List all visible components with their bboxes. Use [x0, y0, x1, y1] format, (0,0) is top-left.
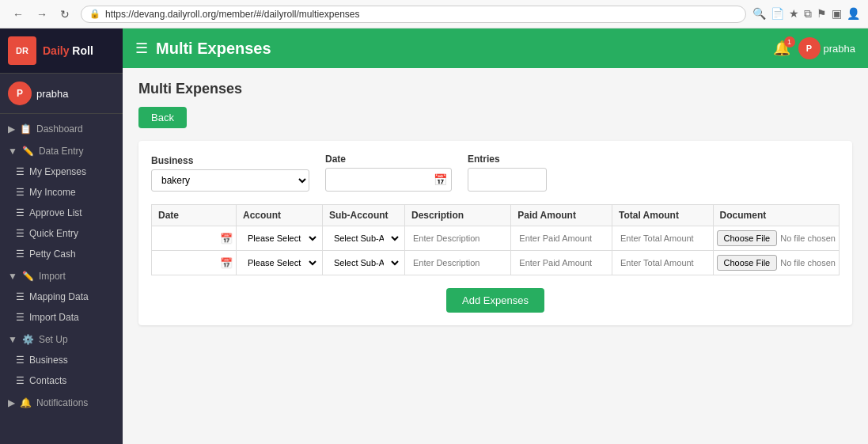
sidebar-item-setup[interactable]: ▼ ⚙️ Set Up	[0, 329, 123, 350]
approve-list-label: Approve List	[29, 207, 82, 218]
sidebar-item-quick-entry[interactable]: ☰ Quick Entry	[0, 223, 123, 244]
notification-badge: 1	[784, 36, 795, 47]
sidebar-item-contacts[interactable]: ☰ Contacts	[0, 370, 123, 391]
row1-file-button[interactable]: Choose File	[717, 230, 778, 246]
row2-description-cell	[405, 251, 511, 275]
row1-account-select[interactable]: Please Select Acc	[240, 230, 319, 247]
row2-paid-amount-cell	[511, 251, 612, 275]
import-icon: ✏️	[22, 271, 34, 282]
row2-no-file: No file chosen	[780, 258, 836, 268]
bookmark-icon[interactable]: ⚑	[817, 7, 827, 21]
sidebar-item-notifications[interactable]: ▶ 🔔 Notifications	[0, 393, 123, 413]
row2-cal-icon[interactable]: 📅	[220, 257, 233, 269]
col-document: Document	[713, 205, 839, 226]
entries-input[interactable]: 2	[468, 168, 547, 192]
menu-icon: ☰	[16, 375, 25, 386]
row1-account-cell: Please Select Acc	[237, 226, 323, 251]
row1-sub-account-cell: Select Sub-Acco	[322, 226, 404, 251]
row2-sub-account-cell: Select Sub-Acco	[322, 251, 404, 275]
sidebar-item-label-setup: Set Up	[39, 334, 68, 345]
row2-sub-account-select[interactable]: Select Sub-Acco	[326, 254, 401, 271]
sidebar-item-dashboard[interactable]: ▶ 📋 Dashboard	[0, 119, 123, 139]
sidebar-item-label-dashboard: Dashboard	[36, 123, 83, 135]
back-nav-button[interactable]: ←	[8, 6, 28, 22]
row2-total-amount-cell	[612, 251, 713, 275]
sidebar-item-my-income[interactable]: ☰ My Income	[0, 182, 123, 203]
table-row: 29-01-2024 📅 Please Select Acc	[152, 226, 840, 251]
row1-total-amount-cell	[612, 226, 713, 251]
col-account: Account	[237, 205, 323, 226]
petty-cash-label: Petty Cash	[29, 249, 76, 260]
browser-nav[interactable]: ← → ↻	[8, 6, 74, 22]
sidebar-item-business[interactable]: ☰ Business	[0, 350, 123, 370]
sidebar-item-data-entry[interactable]: ▼ ✏️ Data Entry	[0, 141, 123, 161]
topbar-title: Multi Expenses	[156, 40, 271, 58]
row1-cal-icon[interactable]: 📅	[220, 233, 233, 245]
logo-icon: DR	[8, 36, 36, 65]
menu-icon: ☰	[16, 355, 25, 366]
row1-date-input[interactable]: 29-01-2024	[155, 230, 218, 246]
search-icon[interactable]: 🔍	[752, 7, 766, 21]
back-button[interactable]: Back	[138, 107, 187, 128]
menu-section-import: ▼ ✏️ Import ☰ Mapping Data ☰ Import Data	[0, 266, 123, 328]
split-view-icon[interactable]: ⧉	[804, 7, 812, 21]
chevron-right-icon: ▶	[8, 123, 15, 135]
expenses-table: Date Account Sub-Account Description Pai…	[151, 204, 840, 275]
add-expenses-button[interactable]: Add Expenses	[446, 288, 544, 313]
sidebar-logo: DR Daily Roll	[0, 28, 123, 74]
business-select[interactable]: bakery	[151, 169, 309, 192]
refresh-nav-button[interactable]: ↻	[55, 6, 74, 22]
star-icon[interactable]: ★	[789, 7, 799, 21]
setup-icon: ⚙️	[22, 334, 34, 345]
row1-sub-account-select[interactable]: Select Sub-Acco	[326, 230, 401, 247]
row2-description-input[interactable]	[408, 255, 507, 271]
menu-icon: ☰	[16, 166, 25, 177]
sidebar-item-label-import: Import	[39, 271, 66, 282]
sidebar-item-label-notifications: Notifications	[36, 397, 88, 408]
chevron-right-icon-setup: ▼	[8, 334, 17, 345]
row1-total-amount-input[interactable]	[616, 230, 710, 246]
hamburger-icon[interactable]: ☰	[135, 40, 148, 57]
sidebar-item-my-expenses[interactable]: ☰ My Expenses	[0, 161, 123, 182]
content-inner: Multi Expenses Back Business bakery Date	[123, 68, 868, 338]
logo-daily: Daily	[43, 44, 69, 57]
lock-icon: 🔒	[89, 9, 100, 19]
sidebar-item-approve-list[interactable]: ☰ Approve List	[0, 203, 123, 223]
row2-paid-amount-input[interactable]	[514, 255, 608, 271]
row1-description-cell	[405, 226, 511, 251]
date-input[interactable]: 28-01-2024	[325, 168, 452, 192]
row1-description-input[interactable]	[408, 230, 507, 246]
browser-bar: ← → ↻ 🔒 https://devang.dailyroll.org/mem…	[0, 0, 868, 28]
forward-nav-button[interactable]: →	[32, 6, 52, 22]
row1-paid-amount-input[interactable]	[514, 230, 608, 246]
row2-account-select[interactable]: Please Select Acc	[240, 254, 319, 271]
table-header: Date Account Sub-Account Description Pai…	[152, 205, 840, 226]
main-content: Multi Expenses Back Business bakery Date	[123, 68, 868, 444]
col-sub-account: Sub-Account	[322, 205, 404, 226]
row2-total-amount-input[interactable]	[616, 255, 710, 271]
extensions-icon[interactable]: ▣	[832, 7, 842, 21]
form-section: Business bakery Date 28-01-2024 📅	[138, 141, 852, 325]
profile-icon[interactable]: 👤	[847, 7, 860, 21]
sidebar-item-petty-cash[interactable]: ☰ Petty Cash	[0, 244, 123, 264]
menu-icon: ☰	[16, 249, 25, 260]
row2-file-button[interactable]: Choose File	[717, 255, 778, 271]
page-title: Multi Expenses	[138, 81, 852, 97]
sidebar-user: P prabha	[0, 74, 123, 114]
sidebar-item-mapping-data[interactable]: ☰ Mapping Data	[0, 287, 123, 307]
sidebar-item-import-data[interactable]: ☰ Import Data	[0, 307, 123, 328]
address-bar[interactable]: 🔒 https://devang.dailyroll.org/member/#/…	[81, 6, 746, 23]
chevron-right-icon-notif: ▶	[8, 397, 15, 408]
sidebar-item-import[interactable]: ▼ ✏️ Import	[0, 266, 123, 287]
menu-section-notifications: ▶ 🔔 Notifications	[0, 393, 123, 413]
row2-date-input[interactable]: 29-01-2024	[155, 255, 218, 271]
menu-section-setup: ▼ ⚙️ Set Up ☰ Business ☰ Contacts	[0, 329, 123, 391]
app-container: DR Daily Roll P prabha ▶ 📋 Dashboard ▼	[0, 28, 868, 444]
sidebar-item-label-data-entry: Data Entry	[39, 146, 84, 157]
calendar-icon[interactable]: 📅	[434, 173, 447, 186]
notification-bell[interactable]: 🔔 1	[773, 40, 790, 57]
sidebar: DR Daily Roll P prabha ▶ 📋 Dashboard ▼	[0, 28, 123, 444]
chevron-down-icon: ▼	[8, 146, 17, 157]
reader-icon[interactable]: 📄	[771, 7, 784, 21]
date-input-wrapper: 28-01-2024 📅	[325, 168, 452, 192]
